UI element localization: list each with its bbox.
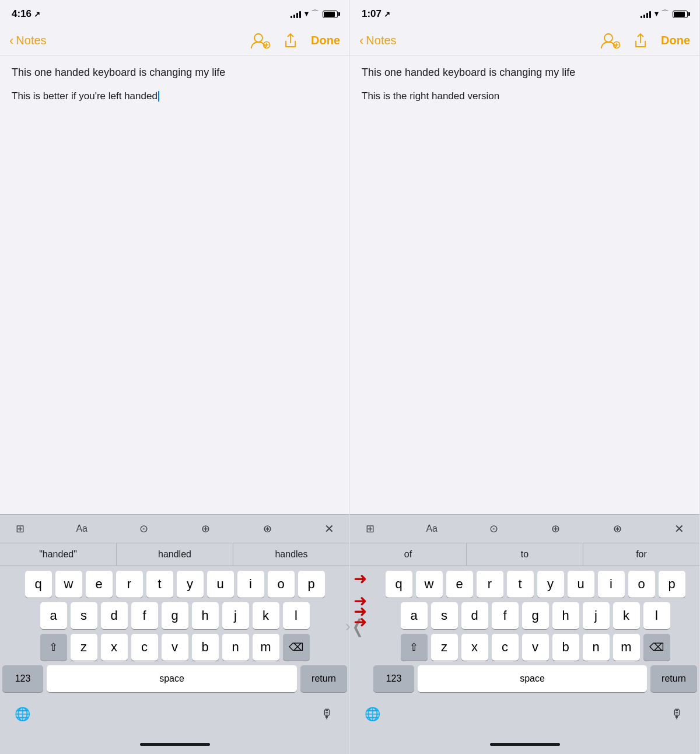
right-keyboard-toolbar: ⊞ Aa ⊙ ⊕ ⊛ ✕	[350, 514, 699, 543]
right-key-123[interactable]: 123	[373, 665, 414, 692]
right-toolbar-check-icon[interactable]: ⊙	[483, 518, 504, 539]
left-done-button[interactable]: Done	[311, 34, 340, 47]
right-key-g[interactable]: g	[522, 602, 549, 629]
left-autocomplete-3[interactable]: handles	[233, 543, 349, 566]
right-key-y[interactable]: y	[537, 571, 564, 598]
left-globe-icon[interactable]: 🌐	[9, 701, 35, 727]
left-key-y[interactable]: y	[177, 571, 204, 598]
right-key-b[interactable]: b	[552, 634, 579, 661]
right-share-button[interactable]	[631, 31, 650, 51]
left-toolbar-compose-icon[interactable]: ⊛	[257, 518, 278, 539]
left-toolbar-plus-icon[interactable]: ⊕	[195, 518, 216, 539]
left-key-q[interactable]: q	[25, 571, 52, 598]
right-key-q[interactable]: q	[386, 571, 412, 598]
right-key-d[interactable]: d	[461, 602, 488, 629]
left-back-button[interactable]: ‹ Notes	[9, 34, 250, 47]
left-key-shift[interactable]: ⇧	[40, 634, 67, 661]
left-key-h[interactable]: h	[192, 602, 219, 629]
right-key-t[interactable]: t	[507, 571, 534, 598]
right-key-return[interactable]: return	[650, 665, 697, 692]
left-key-s[interactable]: s	[71, 602, 97, 629]
left-key-r[interactable]: r	[116, 571, 143, 598]
left-wifi-icon: ▾ ⌒	[304, 9, 319, 19]
right-toolbar-grid-icon[interactable]: ⊞	[359, 518, 380, 539]
right-key-o[interactable]: o	[628, 571, 655, 598]
left-mic-icon[interactable]: 🎙	[314, 701, 340, 727]
left-key-x[interactable]: x	[101, 634, 128, 661]
left-key-123[interactable]: 123	[2, 665, 43, 692]
right-toolbar-plus-icon[interactable]: ⊕	[545, 518, 566, 539]
left-toolbar-font-icon[interactable]: Aa	[71, 518, 92, 539]
left-key-i[interactable]: i	[237, 571, 264, 598]
right-key-r[interactable]: r	[477, 571, 503, 598]
left-toolbar-check-icon[interactable]: ⊙	[133, 518, 154, 539]
right-key-j[interactable]: j	[583, 602, 610, 629]
right-toolbar-close-icon[interactable]: ✕	[669, 518, 690, 539]
left-key-f[interactable]: f	[131, 602, 158, 629]
left-key-k[interactable]: k	[253, 602, 279, 629]
right-note-body[interactable]: This is the right handed version	[362, 89, 688, 103]
left-toolbar-close-icon[interactable]: ✕	[319, 518, 340, 539]
left-key-l[interactable]: l	[283, 602, 310, 629]
right-key-c[interactable]: c	[492, 634, 519, 661]
left-key-g[interactable]: g	[162, 602, 188, 629]
left-key-v[interactable]: v	[162, 634, 188, 661]
left-key-m[interactable]: m	[253, 634, 279, 661]
left-key-return[interactable]: return	[300, 665, 347, 692]
right-key-k[interactable]: k	[613, 602, 640, 629]
right-note-body-text: This is the right handed version	[362, 90, 499, 102]
right-key-n[interactable]: n	[583, 634, 610, 661]
right-toolbar-compose-icon[interactable]: ⊛	[607, 518, 628, 539]
right-key-space[interactable]: space	[418, 665, 647, 692]
right-key-s[interactable]: s	[431, 602, 458, 629]
left-toolbar-grid-icon[interactable]: ⊞	[9, 518, 30, 539]
left-key-z[interactable]: z	[71, 634, 97, 661]
right-autocomplete-3[interactable]: for	[583, 543, 699, 566]
right-key-f[interactable]: f	[492, 602, 519, 629]
right-key-u[interactable]: u	[568, 571, 594, 598]
left-key-d[interactable]: d	[101, 602, 128, 629]
right-home-indicator	[350, 734, 699, 754]
right-autocomplete-2[interactable]: to	[467, 543, 583, 566]
right-key-x[interactable]: x	[461, 634, 488, 661]
left-key-b[interactable]: b	[192, 634, 219, 661]
right-key-shift[interactable]: ⇧	[401, 634, 428, 661]
right-autocomplete-1[interactable]: of	[350, 543, 467, 566]
left-autocomplete-2[interactable]: handled	[117, 543, 233, 566]
left-key-o[interactable]: o	[268, 571, 295, 598]
left-autocomplete-1[interactable]: "handed"	[0, 543, 117, 566]
left-share-button[interactable]	[281, 31, 300, 51]
left-key-delete[interactable]: ⌫	[283, 634, 310, 661]
left-key-u[interactable]: u	[207, 571, 234, 598]
right-key-z[interactable]: z	[431, 634, 458, 661]
left-key-j[interactable]: j	[222, 602, 249, 629]
left-key-e[interactable]: e	[86, 571, 113, 598]
right-key-v[interactable]: v	[522, 634, 549, 661]
left-key-n[interactable]: n	[222, 634, 249, 661]
right-key-h[interactable]: h	[552, 602, 579, 629]
left-key-w[interactable]: w	[55, 571, 82, 598]
right-key-w[interactable]: w	[416, 571, 443, 598]
right-key-l[interactable]: l	[643, 602, 670, 629]
right-mic-icon[interactable]: 🎙	[664, 701, 690, 727]
right-key-m[interactable]: m	[613, 634, 640, 661]
left-key-a[interactable]: a	[40, 602, 67, 629]
right-globe-icon[interactable]: 🌐	[359, 701, 385, 727]
left-person-add-button[interactable]	[250, 32, 270, 50]
right-key-a[interactable]: a	[401, 602, 428, 629]
left-key-c[interactable]: c	[131, 634, 158, 661]
right-key-delete[interactable]: ⌫	[643, 634, 670, 661]
right-back-button[interactable]: ‹ Notes	[359, 34, 600, 47]
left-key-t[interactable]: t	[146, 571, 173, 598]
left-note-body[interactable]: This is better if you're left handed	[12, 89, 338, 103]
right-person-add-button[interactable]	[600, 32, 620, 50]
right-home-bar	[490, 743, 560, 746]
right-key-e[interactable]: e	[446, 571, 473, 598]
right-key-i[interactable]: i	[598, 571, 625, 598]
right-done-button[interactable]: Done	[661, 34, 690, 47]
right-keyboard-handle[interactable]: ❬	[350, 615, 366, 637]
left-key-space[interactable]: space	[47, 665, 297, 692]
right-toolbar-font-icon[interactable]: Aa	[421, 518, 442, 539]
left-key-p[interactable]: p	[298, 571, 325, 598]
right-key-p[interactable]: p	[659, 571, 685, 598]
